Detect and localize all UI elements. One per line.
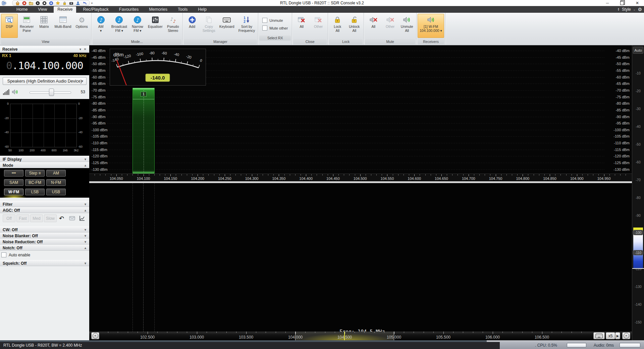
frequency-display[interactable]: RX 1 40 kHz 0.104.100.000 — [0, 53, 89, 75]
unlock-all-button[interactable]: UnlockAll — [346, 14, 363, 38]
agc-button-med[interactable]: Med — [30, 214, 43, 222]
freq-tick-label: 104.150 — [164, 177, 177, 181]
matrix-button[interactable]: Matrix — [36, 14, 52, 38]
tab-view[interactable]: View — [34, 6, 51, 13]
stop-icon[interactable] — [42, 1, 47, 5]
section-notch[interactable]: Notch: Off▲ — [0, 245, 89, 251]
mode-button-lsb[interactable]: LSB — [25, 189, 45, 195]
audio-device-select[interactable]: Speakers (High Definition Audio Device) … — [3, 77, 87, 85]
agc-button-fast[interactable]: Fast — [16, 214, 29, 222]
tab-rec-playback[interactable]: Rec/Playback — [79, 6, 112, 13]
snapshot-icon[interactable] — [69, 1, 73, 5]
settings-gear-icon[interactable]: ⚙ — [638, 7, 642, 12]
play-icon[interactable] — [35, 1, 40, 5]
volume-slider-thumb[interactable] — [49, 89, 54, 96]
home-icon[interactable] — [15, 1, 20, 5]
section-mode[interactable]: Mode▲ — [0, 162, 89, 168]
scroll-right-button[interactable]: » — [622, 332, 630, 339]
mode-button-am[interactable]: AM — [46, 170, 66, 177]
frequency-digits[interactable]: 0.104.100.000 — [0, 59, 89, 71]
zoom-factor-button[interactable]: x5 — [606, 332, 615, 339]
level-handle-bottom[interactable]: -110 — [633, 250, 643, 255]
level-handle-top[interactable]: -100 — [633, 230, 643, 235]
unmute-all-button[interactable]: UnmuteAll — [398, 14, 415, 38]
tab-tools[interactable]: Tools — [174, 6, 191, 13]
receiver-1-button[interactable]: [1] W-FM104.100.000 ▾ — [418, 14, 444, 38]
panel-close-icon[interactable]: ✕ — [84, 46, 87, 52]
mute-all-button[interactable]: All — [365, 14, 382, 38]
lock-all-button[interactable]: LockAll — [329, 14, 346, 38]
spectrum-display[interactable]: -40 dBm-40 dBm-45 dBm-45 dBm-50 dBm-50 d… — [89, 45, 632, 173]
narrow-fm-button[interactable]: ♪NarrowFM ▾ — [129, 14, 146, 38]
section-agc[interactable]: AGC: Off▲ — [0, 207, 89, 213]
close-button[interactable]: ✕ — [635, 0, 640, 6]
auto-enable-checkbox[interactable] — [1, 252, 6, 257]
mode-button-sam[interactable]: SAM — [4, 179, 23, 186]
keyboard-button[interactable]: Keyboard — [217, 14, 236, 38]
pseudo-stereo-button[interactable]: ♪♪PseudoStereo — [165, 14, 181, 38]
close-all-button[interactable]: All — [293, 14, 310, 38]
tab-home[interactable]: Home — [13, 6, 31, 13]
section-noise-reduction[interactable]: Noise Reduction: Off▼ — [0, 239, 89, 245]
restore-button[interactable] — [620, 1, 624, 5]
receiver-pane-button[interactable]: ReceiverPane — [18, 14, 36, 38]
section-cw[interactable]: CW: Off▼ — [0, 227, 89, 233]
waterfall-display[interactable]: Freq: 104.5 MHz Span: ±500 kHz — [89, 183, 632, 332]
style-menu[interactable]: Style — [622, 7, 631, 12]
checkbox-icon[interactable] — [262, 18, 267, 23]
minimize-button[interactable]: ─ — [605, 0, 610, 6]
am-button[interactable]: ♪AM▾ — [93, 14, 109, 38]
add-button[interactable]: Add — [184, 14, 201, 38]
undo-icon[interactable] — [82, 1, 87, 5]
mode-button-step[interactable]: Step ≡ — [25, 170, 45, 177]
mode-button-usb[interactable]: USB — [46, 189, 66, 195]
receive-panel-header[interactable]: Receive ▾ ✕ — [0, 46, 89, 52]
tab-memories[interactable]: Memories — [145, 6, 171, 13]
section-squelch[interactable]: Squelch: Off▼ — [0, 260, 89, 266]
user-icon[interactable] — [75, 1, 80, 5]
toolbar-overflow-icon[interactable]: ▾ — [91, 2, 93, 5]
app-icon[interactable] — [1, 0, 7, 6]
rx-number-badge[interactable]: 1 — [141, 92, 147, 97]
section-filter[interactable]: Filter▼ — [0, 201, 89, 207]
style-chevron-icon[interactable]: ⌄ — [633, 8, 636, 11]
favourite-icon[interactable] — [55, 1, 60, 5]
collapse-ribbon-icon[interactable]: ▲▼ — [618, 8, 620, 11]
rx1-signal-region[interactable]: 1 — [132, 88, 155, 173]
zoom-arrow-button[interactable]: ▶ — [615, 332, 620, 339]
lock-icon[interactable] — [62, 1, 67, 5]
agc-chart-icon[interactable] — [79, 215, 85, 222]
multi-band-button[interactable]: Multi-Band — [52, 14, 73, 38]
section-if-display[interactable]: IF Display▼ — [0, 156, 89, 162]
auto-level-button[interactable]: Auto — [633, 47, 643, 54]
agc-button-slow[interactable]: Slow — [44, 214, 57, 222]
dsp-button[interactable]: DSP — [1, 14, 18, 38]
agc-config-icon[interactable] — [69, 216, 75, 221]
navigation-ruler[interactable]: 102.500103.000103.500104.000104.500105.0… — [89, 332, 632, 340]
agc-button-off[interactable]: Off — [3, 214, 15, 222]
panel-menu-icon[interactable]: ▾ — [79, 46, 81, 52]
options-button[interactable]: ⚙Options — [73, 14, 90, 38]
mute-other-checkbox[interactable]: Mute other — [262, 26, 288, 31]
speaker-icon[interactable] — [11, 88, 19, 97]
keyboard-entry-button[interactable] — [593, 332, 605, 339]
broadcast-fm-button[interactable]: ♪BroadcastFM ▾ — [109, 14, 129, 38]
tab-favourites[interactable]: Favourites — [115, 6, 142, 13]
mode-button-bcfm[interactable]: BC-FM — [25, 179, 45, 186]
mode-button-nfm[interactable]: N-FM — [46, 179, 66, 186]
scroll-left-button[interactable]: « — [91, 332, 99, 339]
mode-button-[interactable]: ••• — [4, 170, 23, 177]
spectrum-frequency-ruler[interactable]: 104.050104.100104.150104.200104.250104.3… — [89, 173, 632, 182]
sort-by-frequency-button[interactable]: 12Sort byFrequency — [236, 14, 257, 38]
unmute-checkbox[interactable]: Unmute — [262, 18, 288, 23]
checkbox-icon[interactable] — [262, 26, 267, 31]
folder-icon[interactable] — [29, 1, 33, 5]
add-icon[interactable] — [49, 1, 53, 5]
tab-receive[interactable]: Receive — [54, 6, 76, 13]
section-noise-blanker[interactable]: Noise Blanker: Off▼ — [0, 233, 89, 239]
levels-icon[interactable] — [3, 89, 9, 96]
equaliser-button[interactable]: Equaliser — [146, 14, 165, 38]
agc-undo-icon[interactable]: ↶ — [59, 215, 64, 222]
help-icon[interactable] — [22, 1, 26, 5]
tab-help[interactable]: Help — [194, 6, 210, 13]
